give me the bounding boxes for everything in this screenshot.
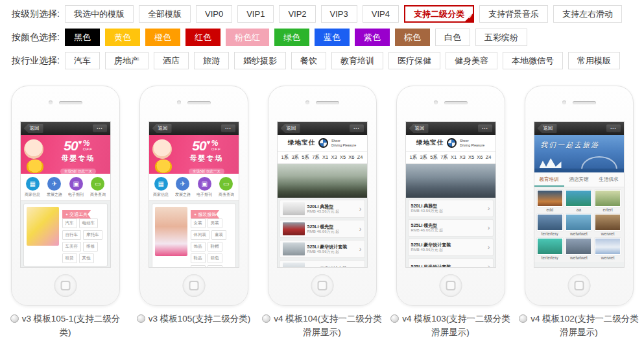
brand-header: 绿地宝仕 SheerDriving Pleasure xyxy=(278,135,367,152)
filter-button[interactable]: 支持二级分类 xyxy=(404,5,474,23)
car-thumbnail xyxy=(283,242,305,255)
color-filter-button[interactable]: 黄色 xyxy=(105,29,140,46)
color-filter-button[interactable]: 五彩缤纷 xyxy=(475,29,527,46)
template-radio[interactable] xyxy=(262,314,270,323)
travel-thumbnail xyxy=(537,190,563,207)
industry-filter-button[interactable]: 医疗保健 xyxy=(388,52,440,69)
filter-button[interactable]: 支持左右滑动 xyxy=(553,5,622,23)
travel-grid-cell: ertert xyxy=(595,190,621,212)
home-button xyxy=(567,274,590,297)
color-filter-button[interactable]: 蓝色 xyxy=(315,29,350,46)
industry-filter-button[interactable]: 婚纱摄影 xyxy=(234,52,286,69)
series-tab-row: 1系3系5系7系X1X3X5X6Z4 xyxy=(406,152,495,164)
quick-icon-glyph: ▭ xyxy=(91,177,104,191)
color-filter-button[interactable]: 绿色 xyxy=(274,29,309,46)
filter-row-industry: 按行业选择: 汽车房地产酒店旅游婚纱摄影餐饮教育培训医疗保健健身美容本地微信号常… xyxy=(12,52,644,69)
color-filter-button[interactable]: 棕色 xyxy=(395,29,430,46)
phone-frame: 返回 ••• 绿地宝仕 SheerDriving Pleasure 1系3系5系… xyxy=(396,86,505,306)
color-filter-button[interactable]: 白色 xyxy=(435,29,470,46)
template-card-102: 返回 ••• 我们一起去旅游 教育培训酒店宾馆生活供求 eddaaertertt… xyxy=(518,86,640,340)
preview-navbar: 返回 ••• xyxy=(534,122,624,135)
category-cards: 交通工具 汽车电动车自行车摩托车车美容维修租赁其他 房产家居 家居装修建材其他 xyxy=(21,201,110,268)
travel-tab: 生活供求 xyxy=(594,172,624,187)
banner-title: 母婴专场 xyxy=(49,154,108,163)
category-tag: 鞋品 xyxy=(191,253,206,263)
category-tag: 摩托车 xyxy=(83,230,102,240)
chevron-right-icon: › xyxy=(488,224,490,231)
industry-filter-button[interactable]: 餐饮 xyxy=(291,52,326,69)
color-filter-button[interactable]: 橙色 xyxy=(145,29,180,46)
travel-banner-text: 我们一起去旅游 xyxy=(541,141,600,150)
category-tag: 鞋帽 xyxy=(208,242,222,252)
template-card-104: 返回 ••• 绿地宝仕 SheerDriving Pleasure 1系3系5系… xyxy=(261,86,383,340)
filter-row-label: 按颜色选择: xyxy=(12,29,65,46)
hero-image xyxy=(406,164,495,198)
menu-dots-icon: ••• xyxy=(606,124,620,132)
filter-button[interactable]: 我选中的模版 xyxy=(65,5,134,23)
quick-icon: ▣电子期刊 xyxy=(66,177,88,198)
series-tab-row: 1系3系5系7系X1X3X5X6Z4 xyxy=(278,152,367,164)
filter-button[interactable]: VIP2 xyxy=(279,5,315,23)
category-tag: 维修 xyxy=(83,242,98,252)
industry-filter-button[interactable]: 本地微信号 xyxy=(503,52,563,69)
color-filter-button[interactable]: 黑色 xyxy=(65,29,100,46)
camera-dot xyxy=(562,100,566,104)
color-filter-button[interactable]: 紫色 xyxy=(355,29,390,46)
travel-thumbnail xyxy=(595,238,621,255)
chevron-right-icon: › xyxy=(488,263,490,268)
filter-button[interactable]: VIP3 xyxy=(321,5,357,23)
series-tab: X6 xyxy=(477,154,483,161)
phone-screen: 返回 ••• 我们一起去旅游 教育培训酒店宾馆生活供求 eddaaertertt… xyxy=(534,121,625,268)
filter-button[interactable]: VIP4 xyxy=(363,5,399,23)
travel-grid-cell: tertertery xyxy=(537,238,563,260)
filter-button[interactable]: VIP0 xyxy=(196,5,232,23)
menu-dots-icon: ••• xyxy=(93,124,106,132)
bmw-logo-icon xyxy=(447,138,457,148)
filter-button[interactable]: 支持背景音乐 xyxy=(479,5,548,23)
filter-row-label: 按级别选择: xyxy=(12,5,65,23)
phone-frame: 返回 ••• 我们一起去旅游 教育培训酒店宾馆生活供求 eddaaertertt… xyxy=(525,86,634,306)
chevron-right-icon: › xyxy=(488,244,490,251)
chevron-right-icon: › xyxy=(359,226,362,233)
industry-filter-button[interactable]: 汽车 xyxy=(65,52,100,69)
series-tab: 3系 xyxy=(291,154,299,161)
template-caption: v4 模板104(支持一二级分类 滑屏显示) xyxy=(262,312,383,340)
industry-filter-button[interactable]: 教育培训 xyxy=(331,52,383,69)
camera-dot xyxy=(434,100,438,104)
water-shape xyxy=(534,169,624,172)
quick-icon-glyph: ▣ xyxy=(198,177,211,191)
series-tab: X5 xyxy=(340,154,346,161)
phone-screen: 返回 ••• 绿地宝仕 SheerDriving Pleasure 1系3系5系… xyxy=(405,121,496,268)
home-button xyxy=(54,274,77,297)
quick-icon-row: ▦商家信息✈发展之路▣电子期刊▭商务查询 xyxy=(21,174,110,201)
industry-filter-button[interactable]: 健身美容 xyxy=(446,52,497,69)
industry-filter-button[interactable]: 酒店 xyxy=(154,52,189,69)
color-filter-button[interactable]: 红色 xyxy=(185,29,221,46)
travel-grid-cell: edd xyxy=(537,190,563,212)
template-radio[interactable] xyxy=(137,314,145,323)
category-tag: 女装 xyxy=(191,218,206,228)
menu-dots-icon: ••• xyxy=(478,124,492,132)
car-list-item: 525Li 领先型RMB 46.66万元 起 › xyxy=(280,220,365,238)
quick-icon-glyph: ▦ xyxy=(26,177,40,191)
industry-filter-button[interactable]: 旅游 xyxy=(194,52,229,69)
industry-filter-button[interactable]: 常用模版 xyxy=(568,52,620,69)
template-radio[interactable] xyxy=(10,314,19,323)
banner-off: OFF xyxy=(83,147,93,151)
color-filter-button[interactable]: 粉色红 xyxy=(226,29,269,46)
car-list-item: 525Li 风尚设计套装 › xyxy=(280,260,365,268)
quick-icon: ▦商家信息 xyxy=(22,177,44,198)
template-card-103: 返回 ••• 绿地宝仕 SheerDriving Pleasure 1系3系5系… xyxy=(390,86,512,340)
phone-screen: 返回 ••• 50 ♥ %OFF 母婴专场 全场5折 仅此一天 ▦商家信息✈发展… xyxy=(149,121,239,268)
category-image xyxy=(155,207,187,256)
home-button xyxy=(182,274,205,297)
filter-button[interactable]: 全部模版 xyxy=(139,5,191,23)
phone-frame: 返回 ••• 50 ♥ %OFF 母婴专场 全场5折 仅此一天 ▦商家信息✈发展… xyxy=(11,86,120,306)
template-radio[interactable] xyxy=(390,314,399,323)
template-radio[interactable] xyxy=(519,314,527,323)
hero-image xyxy=(278,164,367,198)
banner-subtitle: 全场5折 仅此一天 xyxy=(189,169,224,174)
car-list-item: 520Li 典雅型RMB 43.56万元 起 › xyxy=(280,200,365,218)
industry-filter-button[interactable]: 房地产 xyxy=(105,52,149,69)
filter-button[interactable]: VIP1 xyxy=(237,5,274,23)
